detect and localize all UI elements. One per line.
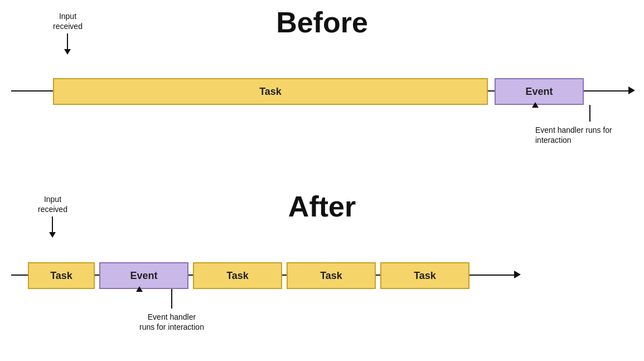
before-title: Before: [0, 6, 644, 39]
after-event-handler-text: Event handler runs for interaction: [139, 312, 204, 332]
before-input-arrow-head: [64, 49, 71, 55]
before-event-handler-annotation: Event handler runs for interaction: [535, 105, 644, 145]
after-conn3: [282, 275, 287, 276]
before-input-annotation: Input received: [53, 11, 83, 55]
before-input-text: Input received: [53, 11, 83, 31]
after-conn1: [95, 275, 99, 276]
before-event-arrow-head: [532, 102, 539, 108]
after-conn2: [188, 275, 193, 276]
after-event-arrow-head: [136, 286, 143, 292]
after-task4-box: Task: [380, 262, 469, 289]
after-event-handler-annotation: Event handler runs for interaction: [139, 289, 204, 332]
before-timeline-middle: [488, 90, 495, 92]
after-input-arrow-head: [49, 232, 56, 238]
after-task1-box: Task: [28, 262, 95, 289]
before-timeline-right: [584, 90, 628, 92]
after-timeline-end: [469, 275, 514, 276]
before-arrow-right: [628, 86, 635, 94]
after-input-text: Input received: [38, 194, 67, 214]
before-event-box: Event: [495, 78, 584, 105]
after-event-arrow-line: [171, 289, 172, 309]
before-event-handler-text: Event handler runs for interaction: [535, 125, 644, 145]
after-conn4: [376, 275, 380, 276]
before-timeline-left: [11, 90, 53, 92]
after-task3-box: Task: [287, 262, 376, 289]
diagram-container: Before Input received Task Event Event h…: [0, 0, 644, 361]
after-input-annotation: Input received: [38, 194, 67, 238]
after-title: After: [0, 190, 644, 223]
after-task2-box: Task: [193, 262, 282, 289]
after-arrow-right: [514, 271, 521, 278]
after-event-box: Event: [99, 262, 188, 289]
before-input-arrow-line: [67, 33, 68, 49]
after-input-arrow-line: [52, 216, 53, 232]
before-event-arrow-line: [589, 105, 590, 122]
before-task-box: Task: [53, 78, 488, 105]
